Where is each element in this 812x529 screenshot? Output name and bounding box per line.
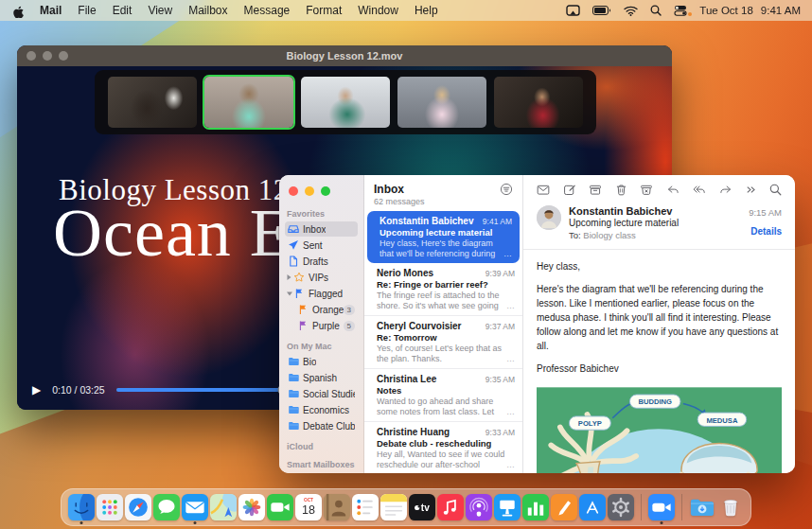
screen-mirroring-icon[interactable] xyxy=(566,5,580,16)
zoom-window-button[interactable] xyxy=(321,186,330,196)
dock-messages-icon[interactable] xyxy=(153,494,180,520)
sender-name: Nerio Mones xyxy=(377,268,433,278)
menu-time[interactable]: 9:41 AM xyxy=(761,5,801,16)
dock-facetime-icon[interactable] xyxy=(267,494,293,520)
trash-icon[interactable] xyxy=(614,183,628,197)
dock-launchpad-icon[interactable] xyxy=(97,494,123,520)
message-snippet: Hey all, Wanted to see if we could resch… xyxy=(377,450,515,469)
filter-icon[interactable] xyxy=(500,183,513,200)
sidebar-item-inbox[interactable]: Inbox xyxy=(285,221,358,237)
message-row-3[interactable]: Cheryl Courvoisier9:37 AMRe: TomorrowYes… xyxy=(364,315,522,368)
sidebar-item-orange[interactable]: Orange3 xyxy=(285,302,358,317)
menu-message[interactable]: Message xyxy=(244,4,291,17)
menu-help[interactable]: Help xyxy=(415,4,438,17)
dock-podcasts-icon[interactable] xyxy=(466,494,492,520)
flag-purple-icon xyxy=(297,320,309,331)
menu-mailbox[interactable]: Mailbox xyxy=(188,4,227,17)
dock-maps-icon[interactable] xyxy=(210,494,237,520)
desktop: Mail FileEditViewMailboxMessageFormatWin… xyxy=(0,0,812,529)
svg-text:OCT: OCT xyxy=(304,498,313,503)
menu-edit[interactable]: Edit xyxy=(113,4,132,17)
sidebar-item-sent[interactable]: Sent xyxy=(285,238,358,253)
dock-mail-icon[interactable] xyxy=(182,494,208,520)
forward-icon[interactable] xyxy=(718,183,733,197)
menu-format[interactable]: Format xyxy=(306,4,342,17)
message-row-1[interactable]: Konstantin Babichev9:41 AMUpcoming lectu… xyxy=(367,211,520,263)
dock-music-icon[interactable] xyxy=(437,494,464,520)
sidebar-item-label: Sent xyxy=(303,240,323,251)
sidebar-item-flagged[interactable]: Flagged xyxy=(285,286,358,301)
menu-app-name[interactable]: Mail xyxy=(40,4,62,17)
diagram-label-polyp: POLYP xyxy=(578,419,602,428)
message-row-5[interactable]: Christine Huang9:33 AMDebate club - resc… xyxy=(364,421,522,473)
zoom-window-button[interactable] xyxy=(59,51,68,61)
sidebar-item-label: VIPs xyxy=(309,273,328,283)
dock-contacts-icon[interactable] xyxy=(324,494,350,520)
spotlight-search-icon[interactable] xyxy=(650,5,662,16)
dock-notes-icon[interactable] xyxy=(380,494,407,520)
sidebar-item-drafts[interactable]: Drafts xyxy=(285,254,358,269)
sidebar-item-economics[interactable]: Economics xyxy=(285,402,358,417)
more-icon[interactable] xyxy=(744,184,757,196)
get-mail-icon[interactable] xyxy=(536,183,551,197)
archive-icon[interactable] xyxy=(588,183,603,197)
battery-icon[interactable] xyxy=(592,6,611,15)
message-body: Hey class, Here's the diagram that we'll… xyxy=(523,250,795,473)
dock-downloads-icon[interactable] xyxy=(689,494,715,520)
sidebar-item-label: Debate Club xyxy=(303,421,355,432)
play-button[interactable]: ▶ xyxy=(32,384,41,396)
video-window-title: Biology Lesson 12.mov xyxy=(287,50,403,62)
folder-icon xyxy=(288,372,299,383)
sidebar-item-vips[interactable]: VIPs xyxy=(285,270,358,285)
dock-trash-icon[interactable] xyxy=(717,494,744,520)
dock-reminders-icon[interactable] xyxy=(352,494,379,520)
chevron-right-icon[interactable] xyxy=(286,273,293,281)
sidebar-item-bio[interactable]: Bio xyxy=(285,354,358,369)
dock-safari-icon[interactable] xyxy=(125,494,151,520)
minimize-button[interactable] xyxy=(305,186,314,196)
menu-date[interactable]: Tue Oct 18 xyxy=(699,5,752,16)
control-center-icon[interactable] xyxy=(674,5,687,16)
junk-icon[interactable] xyxy=(639,183,654,197)
dock-zoom-icon[interactable] xyxy=(648,494,675,520)
message-time: 9:33 AM xyxy=(485,428,515,437)
dock-settings-icon[interactable] xyxy=(608,494,634,520)
dock-keynote-icon[interactable] xyxy=(494,494,521,520)
details-link[interactable]: Details xyxy=(749,226,782,237)
sidebar-item-purple[interactable]: Purple5 xyxy=(285,318,358,333)
search-icon[interactable] xyxy=(768,183,783,197)
reply-icon[interactable] xyxy=(665,183,680,197)
reading-pane: Konstantin Babichev Upcoming lecture mat… xyxy=(523,175,795,473)
dock-pages-icon[interactable] xyxy=(551,494,577,520)
dock-photos-icon[interactable] xyxy=(238,494,265,520)
message-time: 9:37 AM xyxy=(485,322,515,331)
dock-calendar-icon[interactable]: OCT18 xyxy=(295,494,322,520)
sidebar-item-spanish[interactable]: Spanish xyxy=(285,370,358,385)
video-window-titlebar[interactable]: Biology Lesson 12.mov xyxy=(17,45,672,66)
dock-appstore-icon[interactable] xyxy=(579,494,606,520)
minimize-button[interactable] xyxy=(43,51,52,61)
menu-window[interactable]: Window xyxy=(358,4,398,17)
menu-file[interactable]: File xyxy=(78,4,96,17)
dock-numbers-icon[interactable] xyxy=(522,494,549,520)
chevron-down-icon[interactable] xyxy=(286,291,293,297)
compose-icon[interactable] xyxy=(562,183,577,197)
dock-tv-icon[interactable]: tv xyxy=(409,494,435,520)
message-row-2[interactable]: Nerio Mones9:39 AMRe: Fringe or barrier … xyxy=(364,263,522,315)
dock-finder-icon[interactable] xyxy=(68,494,95,520)
close-button[interactable] xyxy=(26,51,36,61)
sender-name: Cheryl Courvoisier xyxy=(377,321,461,331)
sidebar-item-debate-club[interactable]: Debate Club xyxy=(285,418,358,433)
folder-icon xyxy=(288,420,299,432)
folder-icon xyxy=(288,356,299,367)
message-row-4[interactable]: Christina Lee9:35 AMNotesWanted to go ah… xyxy=(364,368,522,421)
menu-view[interactable]: View xyxy=(148,4,172,17)
body-paragraph: Hey class, xyxy=(537,259,782,273)
sidebar-item-social-studies[interactable]: Social Studies xyxy=(285,386,358,401)
facetime-participant-3 xyxy=(301,77,390,128)
reply-all-icon[interactable] xyxy=(691,183,707,197)
progress-fill xyxy=(116,388,284,392)
close-button[interactable] xyxy=(289,186,298,196)
wifi-icon[interactable] xyxy=(624,6,638,16)
apple-menu-icon[interactable] xyxy=(11,4,24,18)
